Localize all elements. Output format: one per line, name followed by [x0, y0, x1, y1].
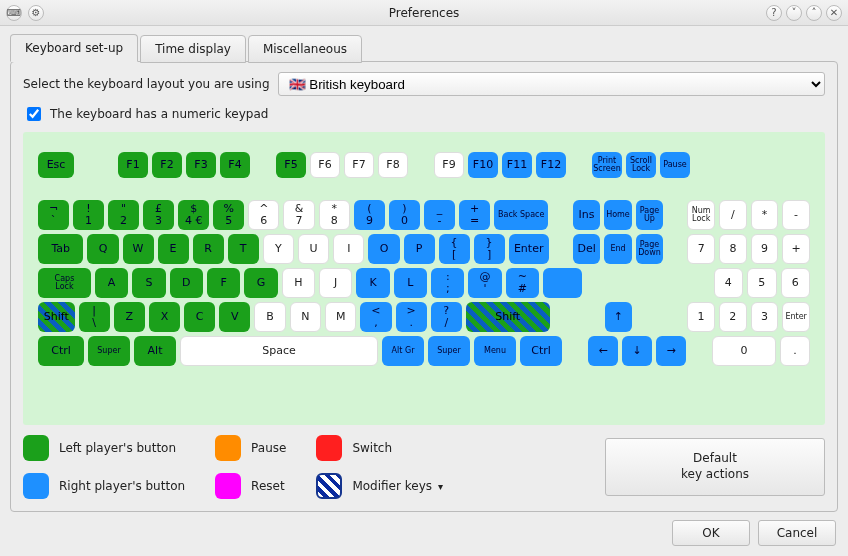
key-0[interactable]: ) 0 [389, 200, 420, 230]
key-tab[interactable]: Tab [38, 234, 83, 264]
key-3[interactable]: 3 [751, 302, 779, 332]
key-[interactable]: ? / [431, 302, 462, 332]
key-super[interactable]: Super [88, 336, 130, 366]
key-r[interactable]: R [193, 234, 224, 264]
key-[interactable]: ↓ [622, 336, 652, 366]
key-p[interactable]: P [404, 234, 435, 264]
key-alt[interactable]: Alt [134, 336, 176, 366]
key-super[interactable]: Super [428, 336, 470, 366]
key-f5[interactable]: F5 [276, 152, 306, 178]
key-[interactable]: < , [360, 302, 391, 332]
help-icon[interactable]: ? [766, 5, 782, 21]
minimize-icon[interactable]: ˅ [786, 5, 802, 21]
key-[interactable]: → [656, 336, 686, 366]
key-f3[interactable]: F3 [186, 152, 216, 178]
key-b[interactable]: B [254, 302, 285, 332]
key-[interactable]: @ ' [468, 268, 501, 298]
key-8[interactable]: * 8 [319, 200, 350, 230]
key-f9[interactable]: F9 [434, 152, 464, 178]
key-h[interactable]: H [282, 268, 315, 298]
key-g[interactable]: G [244, 268, 277, 298]
key-i[interactable]: I [333, 234, 364, 264]
key-3[interactable]: £ 3 [143, 200, 174, 230]
key-7[interactable]: & 7 [283, 200, 314, 230]
tab-keyboard-setup[interactable]: Keyboard set-up [10, 34, 138, 62]
key-f7[interactable]: F7 [344, 152, 374, 178]
key-5[interactable]: 5 [747, 268, 776, 298]
key-u[interactable]: U [298, 234, 329, 264]
key-9[interactable]: ( 9 [354, 200, 385, 230]
key-shift[interactable]: Shift [466, 302, 550, 332]
key-d[interactable]: D [170, 268, 203, 298]
key-a[interactable]: A [95, 268, 128, 298]
key-end[interactable]: End [604, 234, 631, 264]
key-f11[interactable]: F11 [502, 152, 532, 178]
key-q[interactable]: Q [87, 234, 118, 264]
key-9[interactable]: 9 [751, 234, 779, 264]
key-del[interactable]: Del [573, 234, 600, 264]
key-[interactable]: ¬ ` [38, 200, 69, 230]
key-alt-gr[interactable]: Alt Gr [382, 336, 424, 366]
key-v[interactable]: V [219, 302, 250, 332]
key-back-space[interactable]: Back Space [494, 200, 548, 230]
menu-icon[interactable]: ⚙ [28, 5, 44, 21]
key-menu[interactable]: Menu [474, 336, 516, 366]
key-home[interactable]: Home [604, 200, 632, 230]
key-enter[interactable]: Enter [509, 234, 549, 264]
key-8[interactable]: 8 [719, 234, 747, 264]
numeric-keypad-checkbox[interactable]: The keyboard has a numeric keypad [23, 104, 825, 124]
key-e[interactable]: E [158, 234, 189, 264]
key-print-screen[interactable]: Print Screen [592, 152, 622, 178]
key-6[interactable]: 6 [781, 268, 810, 298]
key-2[interactable]: " 2 [108, 200, 139, 230]
ok-button[interactable]: OK [672, 520, 750, 546]
key-ins[interactable]: Ins [573, 200, 600, 230]
tab-miscellaneous[interactable]: Miscellaneous [248, 35, 362, 63]
key-4[interactable]: 4 [714, 268, 743, 298]
key-enter[interactable]: Enter [782, 302, 810, 332]
key-page-down[interactable]: Page Down [636, 234, 663, 264]
key-[interactable]: | \ [79, 302, 110, 332]
layout-select[interactable]: 🇬🇧 British keyboard [278, 72, 825, 96]
key-esc[interactable]: Esc [38, 152, 74, 178]
key-f8[interactable]: F8 [378, 152, 408, 178]
key-f10[interactable]: F10 [468, 152, 498, 178]
key-5[interactable]: % 5 [213, 200, 244, 230]
key-[interactable]: { [ [439, 234, 470, 264]
key-num-lock[interactable]: Num Lock [687, 200, 715, 230]
key-c[interactable]: C [184, 302, 215, 332]
key-w[interactable]: W [123, 234, 154, 264]
key-y[interactable]: Y [263, 234, 294, 264]
chevron-down-icon[interactable]: ▾ [438, 481, 443, 492]
key-0[interactable]: 0 [712, 336, 776, 366]
key-pause[interactable]: Pause [660, 152, 690, 178]
key-scroll-lock[interactable]: Scroll Lock [626, 152, 656, 178]
key-[interactable]: + [782, 234, 810, 264]
key-1[interactable]: ! 1 [73, 200, 104, 230]
close-icon[interactable]: ✕ [826, 5, 842, 21]
key-f4[interactable]: F4 [220, 152, 250, 178]
key-z[interactable]: Z [114, 302, 145, 332]
key-n[interactable]: N [290, 302, 321, 332]
key-space[interactable]: Space [180, 336, 378, 366]
key-[interactable]: _ - [424, 200, 455, 230]
key-k[interactable]: K [356, 268, 389, 298]
key-t[interactable]: T [228, 234, 259, 264]
key-1[interactable]: 1 [687, 302, 715, 332]
key-ctrl[interactable]: Ctrl [520, 336, 562, 366]
key-m[interactable]: M [325, 302, 356, 332]
key-f1[interactable]: F1 [118, 152, 148, 178]
key-[interactable]: ← [588, 336, 618, 366]
key-[interactable]: > . [396, 302, 427, 332]
key-ctrl[interactable]: Ctrl [38, 336, 84, 366]
key-o[interactable]: O [368, 234, 399, 264]
key-f[interactable]: F [207, 268, 240, 298]
key-caps-lock[interactable]: Caps Lock [38, 268, 91, 298]
key-l[interactable]: L [394, 268, 427, 298]
key-7[interactable]: 7 [687, 234, 715, 264]
key-[interactable]: - [782, 200, 810, 230]
key-blank[interactable] [543, 268, 582, 298]
key-2[interactable]: 2 [719, 302, 747, 332]
tab-time-display[interactable]: Time display [140, 35, 246, 63]
key-[interactable]: * [751, 200, 779, 230]
